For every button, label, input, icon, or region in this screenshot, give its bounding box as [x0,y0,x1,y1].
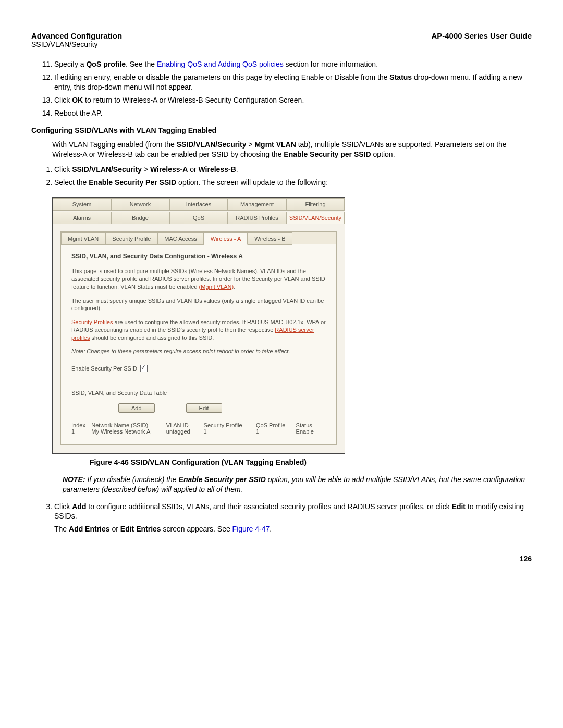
subtab-row: Mgmt VLAN Security Profile MAC Access Wi… [61,232,336,244]
td-network-name: My Wireless Network A [91,428,166,435]
tab-management[interactable]: Management [228,198,286,211]
tab-row-1: System Network Interfaces Management Fil… [53,198,345,210]
td-vlan-id: untagged [166,428,204,435]
inner-panel: Mgmt VLAN Security Profile MAC Access Wi… [60,231,337,445]
enable-security-row: Enable Security Per SSID [71,365,326,372]
figure-wrap: System Network Interfaces Management Fil… [52,197,532,466]
mgmt-vlan-link[interactable]: (Mgmt VLAN) [199,283,234,290]
subtab-wireless-b[interactable]: Wireless - B [248,232,292,245]
qos-link[interactable]: Enabling QoS and Adding QoS policies [157,60,284,68]
steps-bottom: Click Add to configure additional SSIDs,… [31,502,532,535]
step-12: If editing an entry, enable or disable t… [54,72,532,92]
table-header-row: Index Network Name (SSID) VLAN ID Securi… [71,422,326,428]
steps-mid: Click SSID/VLAN/Security > Wireless-A or… [31,165,532,188]
figure-caption: Figure 4-46 SSID/VLAN Configuration (VLA… [52,458,344,466]
td-status: Enable [296,428,326,435]
panel-body: SSID, VLAN, and Security Data Configurat… [61,244,336,437]
page-number: 126 [31,554,532,563]
tab-filtering[interactable]: Filtering [286,198,345,211]
panel-note: Note: Changes to these parameters requir… [71,348,326,354]
th-vlan-id: VLAN ID [166,422,204,428]
th-index: Index [71,422,91,428]
button-row: Add Edit [118,403,326,413]
tab-interfaces[interactable]: Interfaces [169,198,228,211]
subtab-mac-access[interactable]: MAC Access [157,232,203,245]
enable-security-label: Enable Security Per SSID [71,365,137,372]
security-profiles-link[interactable]: Security Profiles [71,319,113,325]
tab-ssid-vlan-security[interactable]: SSID/VLAN/Security [286,212,345,224]
tab-alarms[interactable]: Alarms [53,212,111,224]
th-status: Status [296,422,326,428]
bottom-rule [31,550,532,550]
step-3: Click Add to configure additional SSIDs,… [54,502,532,535]
td-security-profile: 1 [204,428,256,435]
step-mid-1: Click SSID/VLAN/Security > Wireless-A or… [54,165,532,175]
tab-network[interactable]: Network [111,198,169,211]
th-network-name: Network Name (SSID) [91,422,166,428]
section-heading: Configuring SSID/VLANs with VLAN Tagging… [31,126,532,134]
subtab-wireless-a[interactable]: Wireless - A [204,232,248,245]
header-sub: SSID/VLAN/Security [31,40,532,48]
header-right: AP-4000 Series User Guide [431,31,532,40]
top-rule [31,52,532,52]
step-mid-2: Select the Enable Security Per SSID opti… [54,178,532,188]
tab-row-2: Alarms Bridge QoS RADIUS Profiles SSID/V… [53,211,345,224]
panel-p2: The user must specify unique SSIDs and V… [71,297,326,313]
enable-security-checkbox[interactable] [140,365,148,372]
figure-screenshot: System Network Interfaces Management Fil… [52,197,345,454]
th-security-profile: Security Profile [204,422,256,428]
td-qos-profile: 1 [256,428,296,435]
para-1: With VLAN Tagging enabled (from the SSID… [52,140,532,159]
data-table-title: SSID, VLAN, and Security Data Table [71,390,326,396]
figure-4-47-link[interactable]: Figure 4-47 [232,525,270,533]
subtab-mgmt-vlan[interactable]: Mgmt VLAN [61,232,105,245]
step-13: Click OK to return to Wireless-A or Wire… [54,95,532,105]
tab-bridge[interactable]: Bridge [111,212,169,224]
note-block: NOTE: If you disable (uncheck) the Enabl… [63,475,532,495]
table-row: 1 My Wireless Network A untagged 1 1 Ena… [71,428,326,435]
step-14: Reboot the AP. [54,108,532,118]
td-index: 1 [71,428,91,435]
tab-qos[interactable]: QoS [169,212,228,224]
panel-title: SSID, VLAN, and Security Data Configurat… [71,253,326,260]
steps-top: Specify a QoS profile. See the Enabling … [31,59,532,118]
edit-button[interactable]: Edit [186,403,222,413]
data-table: Index Network Name (SSID) VLAN ID Securi… [71,422,326,435]
step-11: Specify a QoS profile. See the Enabling … [54,59,532,69]
subtab-security-profile[interactable]: Security Profile [105,232,157,245]
add-button[interactable]: Add [118,403,155,413]
th-qos-profile: QoS Profile [256,422,296,428]
panel-p1: This page is used to configure multiple … [71,267,326,291]
panel-p3: Security Profiles are used to configure … [71,318,326,342]
header-left: Advanced Configuration [31,31,122,40]
tab-radius-profiles[interactable]: RADIUS Profiles [228,212,286,224]
tab-system[interactable]: System [53,198,111,211]
